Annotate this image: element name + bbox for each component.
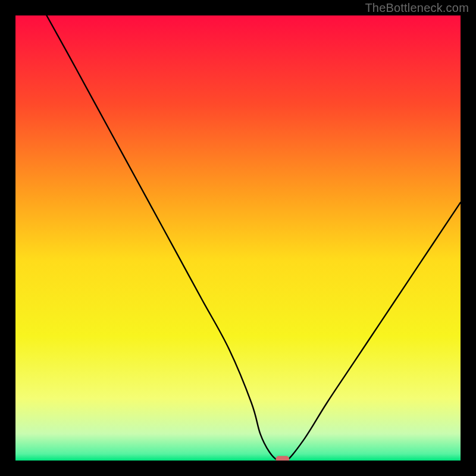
image-frame: TheBottleneck.com (0, 0, 476, 476)
optimal-marker (276, 456, 289, 461)
watermark-label: TheBottleneck.com (365, 1, 469, 15)
gradient-background (15, 15, 461, 461)
chart-plot-area (15, 15, 461, 461)
chart-svg (15, 15, 461, 461)
